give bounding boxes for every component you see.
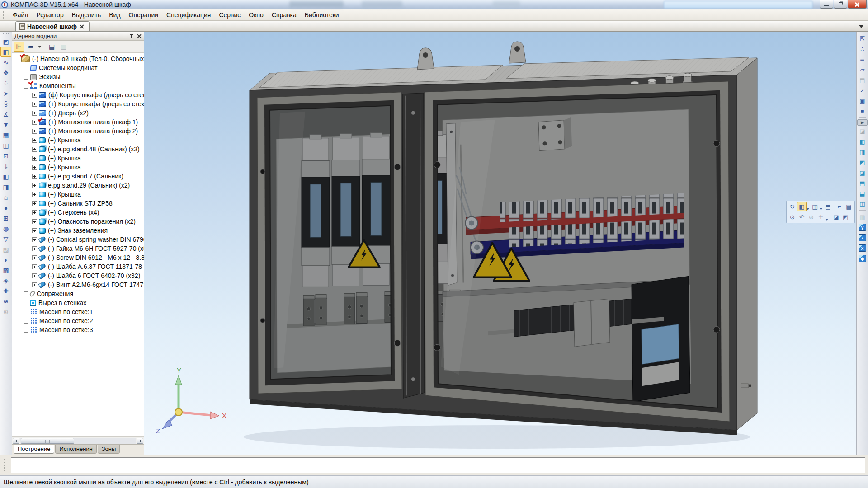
cut-part-icon[interactable]: ◨ [0,182,11,192]
scrollbar-thumb[interactable] [21,438,74,444]
spline-icon[interactable]: ∿ [0,57,11,67]
orient-x-cube-icon[interactable]: x [857,243,868,253]
view-back-cube-icon[interactable]: ◨ [857,147,868,157]
cutout-window-icon[interactable]: ⊞ [0,213,11,223]
scrollbar-track[interactable] [20,438,136,444]
view-top-cube-icon[interactable]: ◩ [857,157,868,167]
expand-toggle[interactable] [32,201,37,206]
zoom-previous-icon[interactable]: ↶ [797,212,807,222]
expand-toggle[interactable] [32,228,37,233]
expand-toggle[interactable] [24,310,28,314]
panel-collapse-handle[interactable]: ▶ [857,119,868,126]
round-icon[interactable]: ◍ [0,223,11,234]
control-polygon-icon[interactable]: ▱ [857,65,868,75]
tree-item[interactable]: (ф) Корпус шкафа (дверь со стеклом [12,90,144,99]
view-left-cube-icon[interactable]: ⬒ [857,178,868,188]
base-part-icon[interactable]: ◧ [0,171,11,182]
tree-item[interactable]: Вырез в стенках [12,298,144,307]
layers-icon[interactable]: ≣ [857,54,868,64]
relations-report-button[interactable]: ▤ [47,42,57,52]
lock-icon[interactable]: ⊕ [0,306,11,317]
points-array-icon[interactable]: ⁘ [0,78,11,88]
tree-item[interactable]: (+) Монтажная плата (шкаф 1) [12,117,144,127]
expand-toggle[interactable] [24,75,28,80]
grid-copy-icon[interactable]: ▩ [0,265,11,275]
expand-toggle[interactable] [32,111,37,116]
expand-toggle[interactable] [32,255,37,260]
tree-item[interactable]: (-) Навесной шкаф (Тел-0, Сборочных един… [12,54,144,63]
tree-tab-0[interactable]: Построение [14,445,54,454]
tree-item[interactable]: (-) Гайка М6-6Н ГОСТ 5927-70 (x50) [12,244,144,253]
tree-item[interactable]: Массив по сетке:2 [12,316,144,325]
minimize-button[interactable] [820,0,833,9]
extrude-icon[interactable]: ↧ [0,161,11,171]
help-search-input[interactable] [664,1,813,9]
add-component-icon[interactable]: ❖ [0,67,11,78]
direction-icon[interactable]: ➤ [0,88,11,99]
tree-item[interactable]: (+) Знак заземления [12,226,144,235]
tree-item[interactable]: (-) Screw DIN 6912 - M6 x 12 - 8.8 (x18) [12,253,144,262]
tree-item[interactable]: (+) Дверь (x2) [12,108,144,117]
menu-item-9[interactable]: Библиотеки [301,10,343,20]
mirror-copy-icon[interactable]: ◈ [0,275,11,286]
tree-item[interactable]: Массив по сетке:3 [12,325,144,334]
rotate-view-icon[interactable]: ↻ [788,202,797,211]
points-chain-icon[interactable]: ∴ [857,44,868,54]
tree-composition-button[interactable]: ≔ [25,42,36,52]
expand-toggle[interactable] [32,174,37,179]
menu-item-4[interactable]: Операции [125,10,163,20]
auto-dimension-icon[interactable]: ⇱ [857,33,868,43]
mates-icon[interactable]: § [0,99,11,109]
expand-toggle[interactable] [24,328,28,333]
tab-list-dropdown-icon[interactable] [859,25,863,28]
shell-icon[interactable]: ◗ [0,254,11,265]
shaded-display-icon[interactable]: ◧ [0,47,11,57]
display-wireframe-icon[interactable]: ◫ [810,202,820,211]
save-view-small-icon[interactable]: ▤ [844,202,854,211]
expand-toggle[interactable] [32,165,37,170]
expand-toggle[interactable] [24,291,28,296]
tree-item[interactable]: Компоненты [12,81,144,90]
checklist-icon[interactable]: ≡ [857,106,868,116]
tree-item[interactable]: (+) Крышка [12,154,144,163]
tree-horizontal-scrollbar[interactable] [12,436,144,444]
expand-toggle[interactable] [32,147,37,152]
close-panel-icon[interactable] [137,33,142,38]
expand-toggle[interactable] [32,192,37,197]
tree-item[interactable]: e.pg.stand.29 (Сальник) (x2) [12,181,144,190]
expand-toggle[interactable] [32,237,37,242]
view-bottom-cube-icon[interactable]: ◪ [857,168,868,178]
tree-item[interactable]: (-) Винт А2.М6-6gx14 ГОСТ 17473-80 [12,280,144,289]
tree-item[interactable]: (+) Опасность поражения (x2) [12,217,144,226]
stamp-icon[interactable]: ▤ [857,75,868,85]
fastener-add-icon[interactable]: ✚ [0,286,11,296]
angle-measure-icon[interactable]: ∡ [0,109,11,119]
component-edit-icon[interactable]: ▣ [857,96,868,106]
maximize-button[interactable] [834,0,847,9]
expand-toggle[interactable] [32,120,37,125]
tree-item[interactable]: (+) Крышка [12,190,144,199]
orient-y-cube-icon[interactable]: y [857,222,868,232]
expand-toggle[interactable] [24,66,28,70]
object-properties-button[interactable]: ▥ [58,42,69,52]
expand-toggle[interactable] [32,282,37,287]
view-cube-b-icon[interactable]: ◩ [841,212,850,222]
tree-item[interactable]: Системы координат [12,63,144,72]
view-front-cube-icon[interactable]: ◧ [857,136,868,146]
display-shaded-icon[interactable]: ◧ [797,202,807,211]
boolean-icon[interactable]: ⌂ [0,192,11,202]
section-plane-icon[interactable]: ◪ [857,126,868,136]
pin-panel-icon[interactable] [129,33,134,39]
spec-table-icon[interactable]: ▦ [0,130,11,140]
menu-item-6[interactable]: Сервис [215,10,245,20]
view-iso-cube-icon[interactable]: ◫ [857,199,868,209]
array-curve-icon[interactable]: ≋ [0,296,11,306]
display-shaded-icon-caret[interactable] [807,208,809,210]
menu-item-0[interactable]: Файл [9,10,32,20]
tree-composition-button-caret[interactable] [38,46,42,48]
tree-item[interactable]: (-) Шайба А.6.37 ГОСТ 11371-78 (x64) [12,262,144,271]
cabinet-3d-model[interactable]: Y X Z [144,32,856,455]
hidden-lines-icon[interactable]: ⌐ [835,202,844,211]
expand-toggle[interactable] [24,319,28,324]
expand-toggle[interactable] [32,210,37,215]
